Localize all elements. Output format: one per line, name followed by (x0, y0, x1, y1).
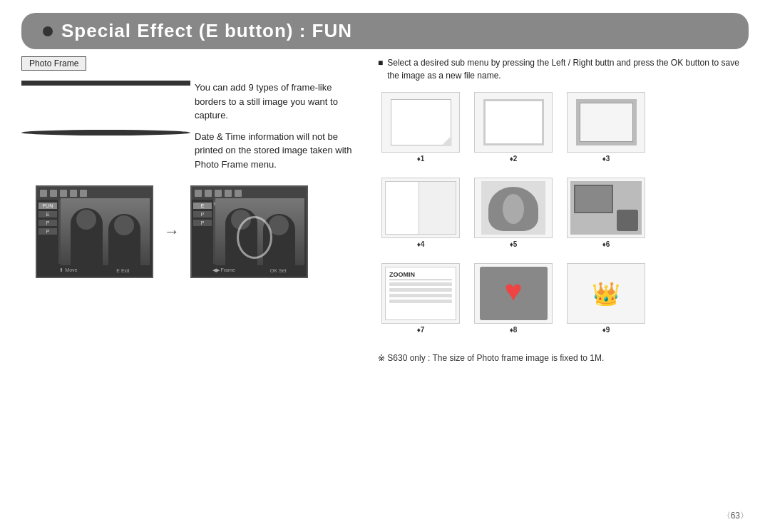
f9-crown: 👑 (592, 280, 620, 307)
frame-label-5: ♦5 (510, 240, 518, 248)
arrow-icon: → (164, 222, 180, 241)
frame-img-4 (381, 178, 460, 238)
cam1-icon-1 (40, 190, 47, 197)
frame-img-8: ♥ (474, 263, 553, 324)
person1 (71, 208, 103, 265)
cam2-menu-item-2: P (193, 211, 212, 218)
cam2-icon-2 (205, 190, 212, 197)
cam1-people (66, 205, 145, 265)
bullet-text-1: You can add 9 types of frame-like border… (195, 81, 364, 123)
page-number: 〈63〉 (722, 510, 749, 522)
person2-head (114, 215, 134, 235)
f5-visual (481, 181, 545, 235)
f4-right (419, 182, 456, 234)
f7-line-1 (389, 282, 452, 286)
cam2-menu-item-1: E (193, 203, 212, 209)
cam2-bottom: ◀▶ Frame OK Set (192, 264, 307, 277)
frame-label-7: ♦7 (417, 326, 425, 334)
frame-label-6: ♦6 (602, 240, 610, 248)
f7-line-4 (389, 300, 452, 303)
cam2-ok-label: OK Set (270, 268, 287, 273)
f4-left (386, 182, 419, 234)
content-area: Photo Frame You can add 9 types of frame… (0, 56, 770, 363)
f8-visual: ♥ (480, 267, 548, 320)
f9-visual: 👑 (573, 267, 640, 320)
cam1-icon-2 (50, 190, 57, 197)
frame-img-3 (567, 92, 645, 153)
right-column: ■ Select a desired sub menu by pressing … (378, 56, 749, 363)
frame-label-1: ♦1 (417, 155, 425, 163)
f6-mailbox (617, 210, 638, 231)
frame-label-9: ♦9 (602, 326, 610, 334)
person1-head (76, 210, 96, 230)
f7-line-2 (389, 288, 452, 292)
frame-cell-5: ♦5 (471, 178, 556, 256)
cam2-icon-5 (235, 190, 242, 197)
cam1-menu-item-2: E (38, 211, 57, 218)
frame-img-9: 👑 (567, 263, 645, 324)
frame-cell-8: ♥ ♦8 (471, 263, 556, 342)
cam1-menu-item-3: P (38, 220, 57, 226)
f6-window (574, 185, 613, 213)
frame-img-7: ZOOMIN (381, 263, 460, 324)
cam2-scene (215, 198, 304, 265)
frame-img-5 (474, 178, 553, 238)
bullet-text-2: Date & Time information will not be prin… (195, 130, 364, 172)
cam1-menu-item-4: P (38, 228, 57, 235)
frame-cell-7: ZOOMIN ♦7 (378, 263, 463, 342)
header-dot (43, 26, 53, 36)
f2-visual (483, 99, 544, 145)
frame-cell-2: ♦2 (471, 92, 556, 170)
frame-img-6 (567, 178, 645, 238)
page-title: Special Effect (E button) : FUN (61, 20, 352, 42)
cam1-icon-5 (80, 190, 87, 197)
camera-screen-1: FUN E P P (36, 185, 153, 278)
f7-line-3 (389, 294, 452, 297)
cameras-area: FUN E P P (36, 185, 364, 278)
frame-grid: ♦1 ♦2 ♦3 (378, 92, 749, 342)
cam1-move-label: ⬆ Move (59, 267, 77, 273)
f1-visual (391, 99, 451, 145)
person2 (108, 214, 140, 265)
frame-label-3: ♦3 (602, 155, 610, 163)
cam2-body: Photo Frame E P P (192, 200, 307, 264)
f3-visual (576, 99, 637, 145)
cam1-scene (61, 198, 150, 265)
frame-label-4: ♦4 (417, 240, 425, 248)
right-instruction: ■ Select a desired sub menu by pressing … (378, 56, 749, 82)
frame-img-1 (381, 92, 460, 153)
cam1-fun-label: FUN (38, 203, 57, 209)
bullet-item-1: You can add 9 types of frame-like border… (21, 81, 364, 123)
cam2-icon-4 (225, 190, 232, 197)
cam1-menu: FUN E P P (37, 200, 58, 264)
bullet-round-icon (21, 130, 190, 135)
cam1-icon-4 (70, 190, 77, 197)
right-instruction-text: Select a desired sub menu by pressing th… (387, 56, 749, 82)
f5-head (503, 194, 524, 224)
bullet-item-2: Date & Time information will not be prin… (21, 130, 364, 172)
frame-cell-9: 👑 ♦9 (563, 263, 649, 342)
frame-cell-4: ♦4 (378, 178, 463, 256)
f7-visual: ZOOMIN (385, 267, 456, 320)
f8-heart: ♥ (494, 276, 533, 312)
cam1-body: FUN E P P (37, 200, 152, 264)
frame-cell-3: ♦3 (563, 92, 649, 170)
footer-note: ※ S630 only : The size of Photo frame im… (378, 353, 749, 363)
bullet-square-icon (21, 81, 190, 86)
frame-cell-1: ♦1 (378, 92, 463, 170)
frame-label-2: ♦2 (510, 155, 518, 163)
frame-img-2 (474, 92, 553, 153)
frame-cell-6: ♦6 (563, 178, 649, 256)
cam1-exit-label: E Exit (116, 268, 129, 273)
cam2-menu-item-3: P (193, 220, 212, 226)
cam1-bottom: ⬆ Move E Exit (37, 264, 152, 277)
page-header: Special Effect (E button) : FUN (21, 13, 749, 49)
cam2-icon-1 (195, 190, 202, 197)
frame-label-8: ♦8 (510, 326, 518, 334)
f7-title: ZOOMIN (389, 271, 452, 280)
cam2-frame-label: ◀▶ Frame (212, 267, 235, 273)
cam2-menu: E P P (192, 200, 213, 264)
camera-screen-2: Photo Frame E P P (190, 185, 308, 278)
f6-visual (570, 181, 642, 235)
cam2-icon-3 (215, 190, 222, 197)
